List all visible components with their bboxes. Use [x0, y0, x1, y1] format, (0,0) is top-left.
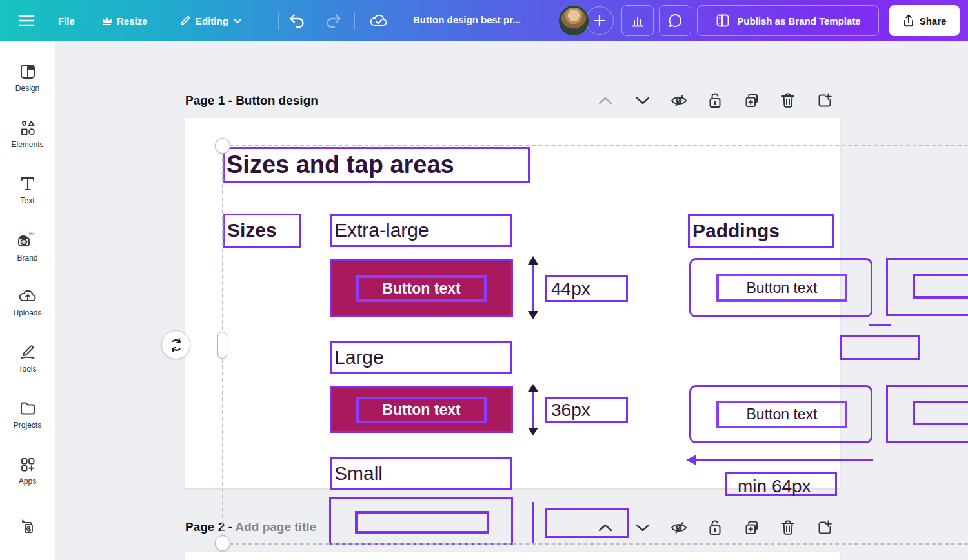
extra-large-label[interactable]: Extra-large [330, 214, 512, 247]
s-height-line[interactable] [532, 502, 534, 543]
brand-icon: co [16, 231, 39, 250]
undo-button[interactable] [288, 8, 305, 34]
xl-height-arrow[interactable] [525, 255, 541, 320]
redo-button[interactable] [325, 8, 342, 34]
min-width-label[interactable]: min 64px [725, 472, 837, 496]
page1-title-text: Page 1 - Button design [185, 94, 318, 107]
xl-button-text[interactable]: Button text [356, 275, 487, 302]
resize-label: Resize [117, 15, 148, 26]
rotate-handle[interactable] [161, 330, 190, 359]
chevron-up-icon [598, 97, 612, 105]
add-member-button[interactable] [585, 6, 614, 35]
page2-lock-button[interactable] [705, 518, 725, 537]
large-label[interactable]: Large [330, 341, 512, 374]
folder-icon [19, 399, 37, 417]
page1-hide-button[interactable] [669, 91, 689, 110]
share-button[interactable]: Share [889, 5, 960, 36]
padding-sample-2-inner[interactable] [913, 274, 968, 299]
cloud-check-icon [369, 13, 388, 28]
padding-tick-line[interactable] [869, 324, 891, 326]
sidebar-item-notes[interactable] [0, 516, 55, 538]
page2-add-page-button[interactable] [815, 518, 834, 537]
page1-duplicate-button[interactable] [742, 91, 761, 110]
sidebar-label: Apps [0, 477, 55, 486]
undo-icon [288, 13, 305, 28]
sidebar-label: Design [0, 84, 55, 93]
comments-button[interactable] [659, 5, 691, 36]
sidebar-item-uploads[interactable]: Uploads [0, 287, 55, 317]
duplicate-icon [743, 92, 760, 109]
padding-sample-3-text[interactable]: Button text [716, 401, 847, 428]
xl-height-label[interactable]: 44px [545, 275, 628, 302]
selection-corner-handle-bottom[interactable] [215, 535, 230, 551]
save-status-button[interactable] [369, 8, 388, 34]
user-avatar[interactable] [559, 6, 589, 35]
sidebar-item-tools[interactable]: Tools [0, 343, 55, 374]
page1-move-down-button[interactable] [633, 91, 652, 110]
rotate-icon [168, 337, 185, 354]
page1-move-up-button[interactable] [596, 91, 615, 110]
sidebar-item-apps[interactable]: Apps [0, 455, 55, 486]
page1-delete-button[interactable] [778, 91, 798, 110]
cloud-upload-icon [18, 287, 37, 305]
sizes-label[interactable]: Sizes [223, 214, 301, 248]
chevron-down-icon [636, 97, 650, 105]
selection-side-handle[interactable] [217, 332, 227, 359]
resize-button[interactable]: Resize [102, 8, 148, 34]
editing-mode-button[interactable]: Editing [179, 8, 242, 34]
left-sidebar: Design Elements Text co Brand Uploads To… [0, 41, 55, 560]
page2-move-down-button[interactable] [633, 518, 652, 537]
sidebar-label: Uploads [0, 308, 55, 317]
pen-tool-icon [19, 343, 37, 361]
sidebar-item-brand[interactable]: co Brand [0, 231, 55, 263]
toolbar-divider [354, 12, 355, 30]
page2-title[interactable]: Page 2 - Add page title [185, 520, 316, 534]
page2-delete-button[interactable] [778, 518, 798, 537]
small-label[interactable]: Small [330, 457, 512, 490]
l-button-text[interactable]: Button text [356, 397, 487, 423]
page1-add-page-button[interactable] [815, 91, 834, 110]
svg-text:co: co [22, 239, 27, 244]
page1-title[interactable]: Page 1 - Button design [185, 94, 318, 108]
main-menu-button[interactable] [18, 8, 35, 34]
selection-corner-handle-top[interactable] [215, 138, 230, 154]
duplicate-icon [743, 519, 760, 536]
page2-title-prefix: Page 2 - [185, 520, 235, 534]
s-height-box[interactable] [545, 508, 629, 538]
page2-hide-button[interactable] [669, 518, 689, 537]
pages-cursor-icon [17, 516, 39, 538]
sidebar-item-text[interactable]: Text [0, 175, 55, 205]
padding-small-rect[interactable] [840, 335, 920, 360]
trash-icon [780, 519, 796, 536]
page2-canvas[interactable] [185, 552, 840, 560]
insights-button[interactable] [621, 5, 654, 36]
min-width-arrow[interactable] [685, 453, 875, 467]
l-height-label[interactable]: 36px [545, 397, 628, 423]
sidebar-divider [9, 508, 45, 508]
chevron-down-icon [233, 18, 242, 24]
sidebar-label: Text [0, 196, 55, 205]
page1-lock-button[interactable] [705, 91, 725, 110]
share-upload-icon [903, 14, 914, 27]
design-panel-icon [19, 63, 37, 81]
padding-sample-4-inner[interactable] [913, 401, 968, 425]
text-icon [19, 175, 37, 193]
document-title[interactable]: Button design best pr... [413, 14, 521, 25]
page2-title-placeholder: Add page title [235, 520, 316, 534]
unlock-icon [708, 92, 722, 109]
paddings-label[interactable]: Paddings [688, 214, 834, 248]
sidebar-item-design[interactable]: Design [0, 63, 55, 93]
sidebar-item-elements[interactable]: Elements [0, 119, 55, 149]
eye-off-icon [670, 521, 688, 535]
shapes-icon [19, 119, 37, 137]
trash-icon [780, 92, 796, 109]
sidebar-item-projects[interactable]: Projects [0, 399, 55, 430]
l-height-arrow[interactable] [525, 383, 541, 436]
sidebar-label: Tools [0, 365, 55, 374]
padding-sample-1-text[interactable]: Button text [716, 274, 847, 302]
design-heading[interactable]: Sizes and tap areas [223, 147, 530, 183]
page2-duplicate-button[interactable] [742, 518, 761, 537]
s-button-inner[interactable] [355, 511, 489, 534]
file-menu-button[interactable]: File [58, 8, 75, 34]
publish-brand-template-button[interactable]: Publish as Brand Template [697, 5, 879, 36]
